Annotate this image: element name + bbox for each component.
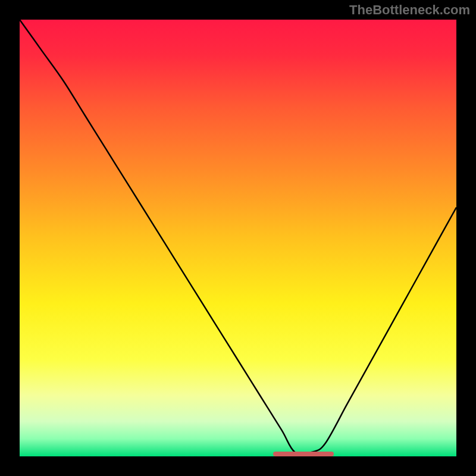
bottleneck-curve — [20, 20, 456, 454]
chart-container: TheBottleneck.com — [0, 0, 476, 476]
plot-area — [20, 20, 456, 456]
curve-layer — [20, 20, 456, 456]
watermark-text: TheBottleneck.com — [349, 2, 470, 18]
optimal-marker — [273, 452, 334, 456]
